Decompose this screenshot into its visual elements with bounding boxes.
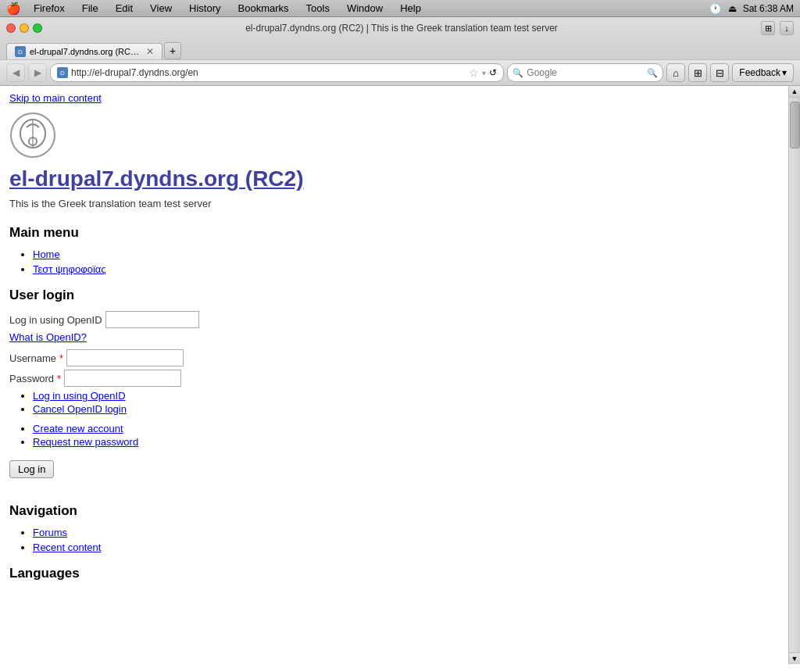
openid-links-list: Log in using OpenID Cancel OpenID login — [33, 390, 779, 415]
openid-login-link[interactable]: Log in using OpenID — [33, 390, 126, 402]
main-menu-title: Main menu — [9, 225, 779, 241]
window-controls — [6, 23, 42, 33]
cancel-openid-item: Cancel OpenID login — [33, 403, 779, 415]
search-input[interactable] — [527, 67, 644, 78]
username-row: Username * — [9, 349, 779, 366]
menu-help[interactable]: Help — [397, 1, 424, 16]
openid-login-item: Log in using OpenID — [33, 390, 779, 402]
menu-history[interactable]: History — [186, 1, 223, 16]
site-slogan: This is the Greek translation team test … — [9, 198, 779, 209]
scroll-track — [789, 98, 800, 652]
password-input[interactable] — [64, 370, 181, 387]
languages-title: Languages — [9, 566, 779, 581]
nav-link-recent[interactable]: Recent content — [33, 542, 101, 553]
menu-edit[interactable]: Edit — [112, 1, 136, 16]
scroll-up-arrow[interactable]: ▲ — [789, 86, 801, 98]
nav-link-forums[interactable]: Forums — [33, 527, 67, 538]
username-label: Username — [9, 352, 56, 364]
extra-button-2[interactable]: ⊟ — [710, 63, 729, 82]
scroll-down-arrow[interactable]: ▼ — [789, 652, 801, 664]
title-bar: el-drupal7.dyndns.org (RC2) | This is th… — [0, 17, 800, 39]
password-row: Password * — [9, 370, 779, 387]
home-button[interactable]: ⌂ — [666, 63, 685, 82]
system-time: Sat 6:38 AM — [743, 3, 794, 14]
reset-password-link[interactable]: Request new password — [33, 436, 138, 448]
log-in-button[interactable]: Log in — [9, 460, 54, 478]
maximize-button[interactable] — [33, 23, 42, 33]
user-login-section: User login Log in using OpenID What is O… — [9, 288, 779, 491]
menu-item-home: Home — [33, 248, 779, 260]
tab-close-icon[interactable]: ✕ — [146, 46, 154, 57]
nav-item-forums: Forums — [33, 527, 779, 538]
active-tab[interactable]: D el-drupal7.dyndns.org (RC2) | This... … — [6, 43, 162, 59]
menu-view[interactable]: View — [147, 1, 175, 16]
search-bar[interactable]: 🔍 🔍 — [507, 63, 663, 82]
cancel-openid-link[interactable]: Cancel OpenID login — [33, 403, 127, 415]
navigation-list: Forums Recent content — [33, 527, 779, 553]
main-menu-section: Main menu Home Τεστ ψηφοφοϊας — [9, 225, 779, 275]
scrollbar[interactable]: ▲ ▼ — [788, 86, 800, 664]
menu-window[interactable]: Window — [344, 1, 386, 16]
apple-logo[interactable]: 🍎 — [6, 2, 21, 16]
menu-link-vote[interactable]: Τεστ ψηφοφοϊας — [33, 263, 106, 275]
browser-content: Skip to main content el-drupal7.dyndns.o… — [0, 86, 788, 664]
eject-icon: ⏏ — [728, 3, 737, 14]
menu-bookmarks[interactable]: Bookmarks — [235, 1, 292, 16]
main-menu-list: Home Τεστ ψηφοφοϊας — [33, 248, 779, 275]
url-input[interactable] — [71, 67, 466, 78]
bookmarks-icon[interactable]: ⊞ — [761, 21, 775, 35]
feedback-dropdown-icon: ▾ — [782, 67, 787, 78]
forward-button[interactable]: ▶ — [28, 63, 47, 82]
account-links-list: Create new account Request new password — [33, 423, 779, 448]
feedback-button[interactable]: Feedback ▾ — [732, 63, 794, 82]
what-is-openid-link[interactable]: What is OpenID? — [9, 331, 779, 343]
site-logo — [9, 112, 56, 159]
google-search-icon: 🔍 — [512, 68, 523, 78]
tab-label: el-drupal7.dyndns.org (RC2) | This... — [30, 47, 142, 56]
navigation-title: Navigation — [9, 503, 779, 519]
nav-bar: ◀ ▶ D ☆ ▾ ↺ 🔍 🔍 ⌂ ⊞ ⊟ Feedback ▾ — [0, 59, 800, 85]
nav-item-recent: Recent content — [33, 542, 779, 553]
drupal-logo-svg — [9, 112, 56, 159]
openid-input[interactable] — [105, 311, 199, 328]
url-dropdown-icon[interactable]: ▾ — [482, 69, 486, 77]
history-icon[interactable]: 🕐 — [709, 2, 722, 15]
username-input[interactable] — [66, 349, 184, 366]
menu-link-home[interactable]: Home — [33, 248, 60, 260]
title-icons: ⊞ ↓ — [761, 21, 794, 35]
create-account-link[interactable]: Create new account — [33, 423, 123, 434]
home-icon: ⌂ — [673, 67, 679, 79]
back-button[interactable]: ◀ — [6, 63, 25, 82]
refresh-icon[interactable]: ↺ — [489, 67, 497, 78]
tab-bar: D el-drupal7.dyndns.org (RC2) | This... … — [0, 39, 800, 59]
username-required: * — [59, 352, 63, 364]
url-bar[interactable]: D ☆ ▾ ↺ — [50, 63, 504, 82]
minimize-button[interactable] — [20, 23, 29, 33]
site-title[interactable]: el-drupal7.dyndns.org (RC2) — [9, 166, 779, 191]
feedback-label: Feedback — [739, 67, 780, 78]
window-title: el-drupal7.dyndns.org (RC2) | This is th… — [48, 23, 755, 34]
browser-chrome: el-drupal7.dyndns.org (RC2) | This is th… — [0, 17, 800, 86]
scroll-thumb[interactable] — [790, 102, 800, 148]
openid-row: Log in using OpenID — [9, 311, 779, 328]
reset-password-item: Request new password — [33, 436, 779, 448]
new-tab-button[interactable]: + — [164, 42, 181, 59]
navigation-section: Navigation Forums Recent content — [9, 503, 779, 553]
skip-to-main-link[interactable]: Skip to main content — [9, 92, 779, 104]
url-favicon: D — [57, 67, 68, 78]
bookmark-star-icon[interactable]: ☆ — [469, 66, 479, 79]
password-required: * — [57, 373, 61, 384]
openid-label: Log in using OpenID — [9, 314, 102, 326]
close-button[interactable] — [6, 23, 16, 33]
mac-menu-items: Firefox File Edit View History Bookmarks… — [30, 1, 424, 16]
menu-item-vote: Τεστ ψηφοφοϊας — [33, 263, 779, 275]
extra-button-1[interactable]: ⊞ — [688, 63, 707, 82]
menu-firefox[interactable]: Firefox — [30, 1, 68, 16]
mac-menubar: 🍎 Firefox File Edit View History Bookmar… — [0, 0, 800, 17]
downloads-icon[interactable]: ↓ — [780, 21, 794, 35]
tab-favicon: D — [15, 46, 26, 57]
menu-file[interactable]: File — [79, 1, 102, 16]
menu-tools[interactable]: Tools — [303, 1, 333, 16]
search-go-icon[interactable]: 🔍 — [647, 68, 658, 78]
password-label: Password — [9, 373, 54, 384]
